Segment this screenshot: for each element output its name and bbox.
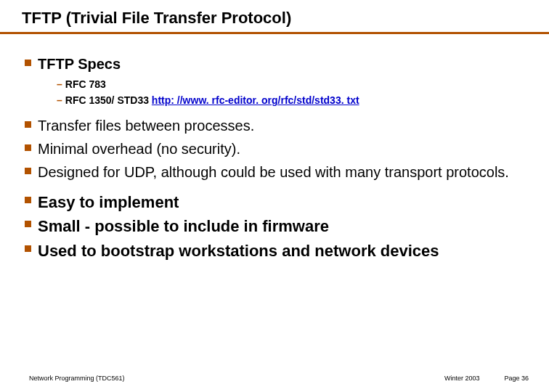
- second-block: Easy to implement Small - possible to in…: [25, 192, 524, 262]
- footer: Network Programming (TDC561) Winter 2003…: [0, 375, 549, 382]
- dash-icon: –: [57, 94, 62, 106]
- slide-title: TFTP (Trivial File Transfer Protocol): [22, 9, 291, 27]
- bullet-bootstrap: Used to bootstrap workstations and netwo…: [25, 240, 524, 262]
- bullet-small: Small - possible to include in firmware: [25, 216, 524, 237]
- rfc-link[interactable]: http: //www. rfc-editor. org/rfc/std/std…: [152, 94, 359, 106]
- bullet-easy: Easy to implement: [25, 192, 524, 213]
- spec-text: RFC 783: [65, 78, 106, 90]
- dash-icon: –: [57, 78, 62, 90]
- specs-heading: TFTP Specs: [38, 56, 121, 72]
- spec-item-rfc1350: –RFC 1350/ STD33 http: //www. rfc-editor…: [57, 92, 524, 108]
- spec-item-rfc783: –RFC 783: [57, 76, 524, 92]
- spec-prefix: RFC 1350/ STD33: [65, 94, 152, 106]
- bullet-udp: Designed for UDP, although could be used…: [25, 163, 524, 181]
- footer-page: Page 36: [504, 375, 529, 382]
- bullet-overhead: Minimal overhead (no security).: [25, 139, 524, 158]
- content-area: TFTP Specs –RFC 783 –RFC 1350/ STD33 htt…: [0, 34, 549, 262]
- specs-heading-item: TFTP Specs –RFC 783 –RFC 1350/ STD33 htt…: [25, 54, 524, 109]
- footer-left: Network Programming (TDC561): [29, 375, 125, 382]
- bullet-transfer: Transfer files between processes.: [25, 116, 524, 135]
- footer-term: Winter 2003: [444, 375, 480, 382]
